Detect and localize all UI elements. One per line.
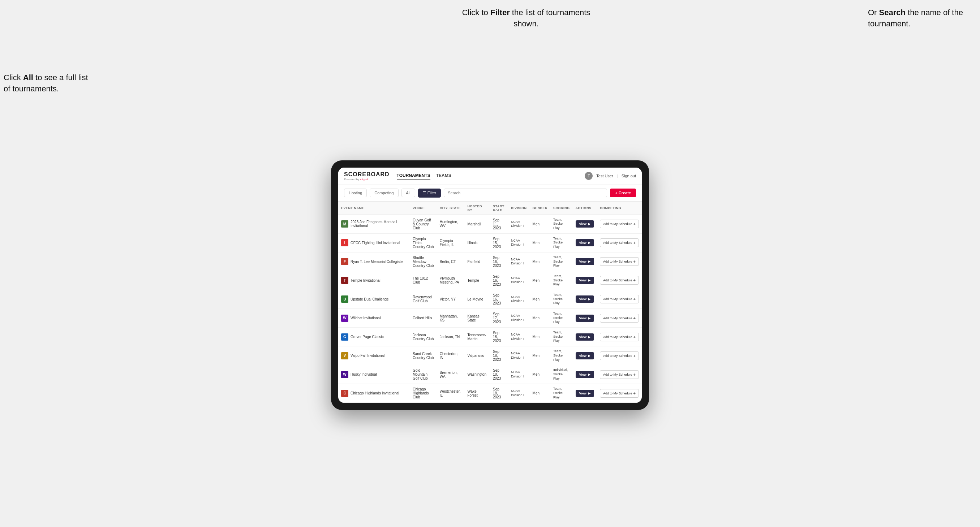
event-name-cell: W Husky Individual xyxy=(338,365,410,384)
nav-tab-tournaments[interactable]: TOURNAMENTS xyxy=(397,171,430,180)
add-to-schedule-button[interactable]: Add to My Schedule + xyxy=(600,276,639,285)
venue-cell: Ravenwood Golf Club xyxy=(410,290,437,308)
city-state-cell: Manhattan, KS xyxy=(437,309,465,328)
col-competing: COMPETING xyxy=(597,202,642,215)
eye-icon: ▶ xyxy=(588,222,590,226)
hosted-by-cell: Fairfield xyxy=(465,252,490,271)
event-name: Upstate Dual Challenge xyxy=(350,297,389,301)
col-event-name: EVENT NAME xyxy=(338,202,410,215)
scoring-cell: Team,Stroke Play xyxy=(550,214,573,233)
start-date-cell: Sep 18, 2023 xyxy=(490,365,508,384)
city-state-cell: Olympia Fields, IL xyxy=(437,233,465,252)
city-state-cell: Huntington, WV xyxy=(437,214,465,233)
view-button[interactable]: View ▶ xyxy=(576,295,594,303)
eye-icon: ▶ xyxy=(588,297,590,301)
view-button[interactable]: View ▶ xyxy=(576,371,594,378)
action-cell: View ▶ xyxy=(573,214,597,233)
team-logo: C xyxy=(341,390,348,397)
view-button[interactable]: View ▶ xyxy=(576,333,594,341)
venue-cell: Sand Creek Country Club xyxy=(410,346,437,365)
add-to-schedule-button[interactable]: Add to My Schedule + xyxy=(600,257,639,266)
venue-cell: Gold Mountain Golf Club xyxy=(410,365,437,384)
start-date-cell: Sep 16, 2023 xyxy=(490,252,508,271)
event-name: OFCC Fighting Illini Invitational xyxy=(350,241,400,245)
division-cell: NCAADivision I xyxy=(508,271,530,290)
plus-icon: + xyxy=(633,222,636,226)
avatar: T xyxy=(585,172,593,180)
team-logo: U xyxy=(341,295,348,303)
signout-link[interactable]: Sign out xyxy=(622,174,636,178)
plus-icon: + xyxy=(633,316,636,321)
city-state-cell: Bremerton, WA xyxy=(437,365,465,384)
view-button[interactable]: View ▶ xyxy=(576,352,594,359)
competing-button[interactable]: Competing xyxy=(370,189,398,197)
tablet-screen: SCOREBOARD Powered by clippd TOURNAMENTS… xyxy=(338,168,642,403)
add-to-schedule-button[interactable]: Add to My Schedule + xyxy=(600,238,639,247)
tournaments-table-container: EVENT NAME VENUE CITY, STATE HOSTED BY S… xyxy=(338,202,642,403)
hosted-by-cell: Le Moyne xyxy=(465,290,490,308)
city-state-cell: Chesterton, IN xyxy=(437,346,465,365)
team-logo: T xyxy=(341,277,348,284)
competing-cell: Add to My Schedule + xyxy=(597,233,642,252)
view-button[interactable]: View ▶ xyxy=(576,390,594,397)
event-name-cell: G Grover Page Classic xyxy=(338,328,410,346)
annotation-filter: Click to Filter the list of tournaments … xyxy=(454,7,598,30)
filter-button[interactable]: ☰ Filter xyxy=(418,189,441,198)
city-state-cell: Berlin, CT xyxy=(437,252,465,271)
create-button[interactable]: + Create xyxy=(610,189,636,197)
add-to-schedule-button[interactable]: Add to My Schedule + xyxy=(600,370,639,379)
view-button[interactable]: View ▶ xyxy=(576,277,594,284)
add-to-schedule-button[interactable]: Add to My Schedule + xyxy=(600,389,639,398)
filter-bar: Hosting Competing All ☰ Filter + Create xyxy=(338,185,642,202)
gender-cell: Men xyxy=(530,233,551,252)
division-cell: NCAADivision I xyxy=(508,346,530,365)
scoring-cell: Team,Stroke Play xyxy=(550,290,573,308)
start-date-cell: Sep 16, 2023 xyxy=(490,290,508,308)
add-to-schedule-button[interactable]: Add to My Schedule + xyxy=(600,333,639,341)
search-input[interactable] xyxy=(444,189,607,197)
nav-tab-teams[interactable]: TEAMS xyxy=(436,171,451,180)
competing-cell: Add to My Schedule + xyxy=(597,365,642,384)
view-button[interactable]: View ▶ xyxy=(576,239,594,246)
add-to-schedule-button[interactable]: Add to My Schedule + xyxy=(600,295,639,303)
start-date-cell: Sep 15, 2023 xyxy=(490,233,508,252)
scoring-cell: Team,Stroke Play xyxy=(550,346,573,365)
plus-icon: + xyxy=(633,259,636,264)
division-cell: NCAADivision I xyxy=(508,328,530,346)
hosting-button[interactable]: Hosting xyxy=(344,189,367,197)
eye-icon: ▶ xyxy=(588,392,590,395)
col-hosted-by: HOSTED BY xyxy=(465,202,490,215)
action-cell: View ▶ xyxy=(573,290,597,308)
all-button[interactable]: All xyxy=(401,189,415,197)
plus-icon: + xyxy=(633,372,636,377)
view-button[interactable]: View ▶ xyxy=(576,220,594,227)
col-actions: ACTIONS xyxy=(573,202,597,215)
table-row: U Upstate Dual Challenge Ravenwood Golf … xyxy=(338,290,642,308)
plus-icon: + xyxy=(633,335,636,339)
view-button[interactable]: View ▶ xyxy=(576,314,594,322)
division-cell: NCAADivision I xyxy=(508,365,530,384)
view-button[interactable]: View ▶ xyxy=(576,258,594,265)
action-cell: View ▶ xyxy=(573,252,597,271)
venue-cell: Guyan Golf & Country Club xyxy=(410,214,437,233)
col-division: DIVISION xyxy=(508,202,530,215)
scoring-cell: Team,Stroke Play xyxy=(550,384,573,403)
event-name: 2023 Joe Feaganes Marshall Invitational xyxy=(350,220,407,228)
eye-icon: ▶ xyxy=(588,354,590,357)
competing-cell: Add to My Schedule + xyxy=(597,328,642,346)
action-cell: View ▶ xyxy=(573,309,597,328)
add-to-schedule-button[interactable]: Add to My Schedule + xyxy=(600,314,639,322)
eye-icon: ▶ xyxy=(588,373,590,376)
filter-icon: ☰ xyxy=(423,191,426,195)
add-to-schedule-button[interactable]: Add to My Schedule + xyxy=(600,220,639,228)
table-row: V Valpo Fall Invitational Sand Creek Cou… xyxy=(338,346,642,365)
logo-area: SCOREBOARD Powered by clippd xyxy=(344,171,390,181)
event-name-cell: T Temple Invitational xyxy=(338,271,410,290)
city-state-cell: Plymouth Meeting, PA xyxy=(437,271,465,290)
logo-sub: Powered by clippd xyxy=(344,178,390,181)
add-to-schedule-button[interactable]: Add to My Schedule + xyxy=(600,351,639,360)
nav-tabs: TOURNAMENTS TEAMS xyxy=(397,171,585,180)
search-input-wrap xyxy=(444,189,607,197)
division-cell: NCAADivision I xyxy=(508,384,530,403)
competing-cell: Add to My Schedule + xyxy=(597,309,642,328)
